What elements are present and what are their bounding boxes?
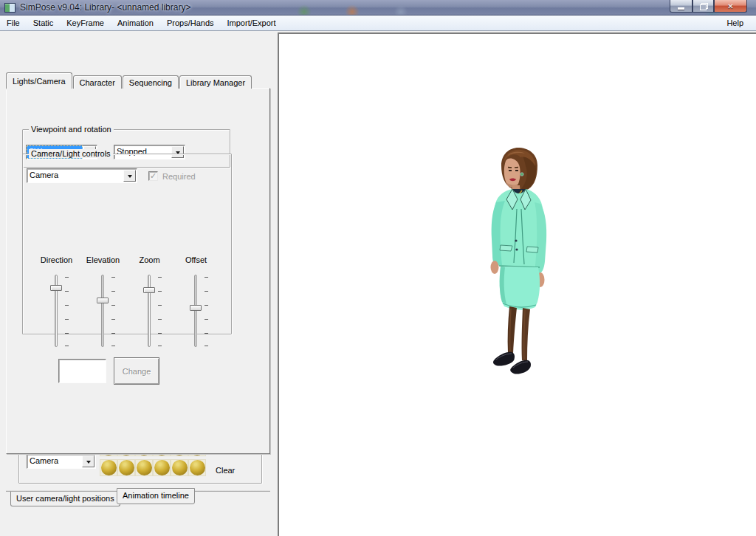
preset-gold-icon bbox=[119, 460, 134, 475]
viewpoint-rotation-legend: Viewpoint and rotation bbox=[29, 125, 114, 134]
elevation-slider[interactable] bbox=[80, 275, 126, 348]
elevation-label: Elevation bbox=[80, 255, 126, 264]
preset-clear-button-2[interactable] bbox=[117, 459, 135, 476]
tab-lights-camera[interactable]: Lights/Camera bbox=[6, 72, 72, 89]
render-viewport[interactable] bbox=[278, 32, 756, 536]
direction-label: Direction bbox=[33, 255, 80, 264]
offset-slider[interactable] bbox=[173, 275, 219, 348]
preset-dropdown-button[interactable] bbox=[82, 456, 94, 467]
preset-clear-button-4[interactable] bbox=[153, 459, 171, 476]
lights-camera-page: Viewpoint and rotation SW Stopped Camera… bbox=[6, 88, 270, 454]
restore-button[interactable] bbox=[693, 0, 714, 13]
tab-library-manager[interactable]: Library Manager bbox=[179, 75, 252, 89]
tab-user-camera-light-positions[interactable]: User camera/light positions bbox=[10, 492, 120, 506]
preset-clear-row bbox=[100, 459, 206, 476]
check-icon: ✓ bbox=[150, 172, 157, 180]
slider-labels-row: Direction Elevation Zoom Offset bbox=[33, 255, 219, 264]
value-field[interactable] bbox=[58, 359, 106, 383]
preset-target-combobox[interactable]: Camera bbox=[27, 454, 96, 469]
minimize-icon bbox=[678, 7, 684, 10]
camera-light-target-combobox[interactable]: Camera bbox=[27, 168, 137, 183]
zoom-slider-thumb[interactable] bbox=[143, 287, 155, 293]
target-dropdown-button[interactable] bbox=[123, 170, 136, 182]
camera-light-target-value: Camera bbox=[27, 169, 123, 182]
window-controls: ✕ bbox=[670, 0, 747, 13]
slider-track bbox=[194, 275, 197, 347]
preset-target-value: Camera bbox=[27, 455, 81, 468]
preset-clear-button-1[interactable] bbox=[100, 459, 117, 476]
required-checkbox[interactable]: ✓ bbox=[148, 171, 158, 181]
close-icon: ✕ bbox=[727, 2, 733, 10]
required-label: Required bbox=[162, 172, 196, 181]
preset-clear-button-5[interactable] bbox=[171, 459, 188, 476]
sliders-row bbox=[33, 275, 219, 348]
close-button[interactable]: ✕ bbox=[714, 0, 747, 13]
menu-static[interactable]: Static bbox=[27, 16, 61, 30]
character-figure bbox=[484, 145, 555, 378]
main-tab-strip: Lights/Camera Character Sequencing Libra… bbox=[6, 72, 252, 89]
direction-slider-thumb[interactable] bbox=[50, 285, 62, 291]
menu-animation[interactable]: Animation bbox=[111, 16, 160, 30]
title-bar[interactable]: SimPose v9.04: Library- <unnamed library… bbox=[0, 0, 756, 16]
camera-light-legend: Camera/Light controls bbox=[29, 149, 113, 158]
app-icon bbox=[4, 3, 16, 13]
restore-icon bbox=[700, 3, 707, 9]
change-button[interactable]: Change bbox=[114, 357, 159, 385]
tab-animation-timeline[interactable]: Animation timeline bbox=[117, 488, 195, 504]
menu-props-hands[interactable]: Props/Hands bbox=[160, 16, 221, 30]
app-window: SimPose v9.04: Library- <unnamed library… bbox=[0, 0, 756, 536]
menu-import-export[interactable]: Import/Export bbox=[221, 16, 283, 30]
menu-file[interactable]: File bbox=[0, 16, 27, 30]
elevation-slider-thumb[interactable] bbox=[97, 298, 109, 303]
client-area: Lights/Camera Character Sequencing Libra… bbox=[0, 32, 756, 536]
tab-character[interactable]: Character bbox=[73, 75, 122, 89]
preset-gold-icon bbox=[154, 460, 170, 475]
menu-help[interactable]: Help bbox=[720, 16, 750, 30]
preset-gold-icon bbox=[172, 460, 188, 475]
slider-track bbox=[148, 275, 151, 347]
preset-gold-icon bbox=[190, 460, 205, 475]
menu-bar: File Static KeyFrame Animation Props/Han… bbox=[0, 16, 756, 31]
offset-slider-thumb[interactable] bbox=[190, 305, 202, 311]
chevron-down-icon bbox=[86, 461, 91, 466]
window-title: SimPose v9.04: Library- <unnamed library… bbox=[20, 2, 190, 13]
minimize-button[interactable] bbox=[670, 0, 693, 13]
menu-keyframe[interactable]: KeyFrame bbox=[60, 16, 111, 30]
zoom-slider[interactable] bbox=[126, 275, 173, 348]
slider-track bbox=[101, 275, 104, 347]
tab-sequencing[interactable]: Sequencing bbox=[123, 75, 179, 89]
preset-gold-icon bbox=[137, 460, 152, 475]
preset-gold-icon bbox=[101, 460, 117, 475]
direction-slider[interactable] bbox=[33, 275, 80, 348]
preset-clear-button-6[interactable] bbox=[188, 459, 206, 476]
preset-clear-button-3[interactable] bbox=[135, 459, 153, 476]
clear-label: Clear bbox=[216, 466, 235, 475]
zoom-label: Zoom bbox=[126, 255, 173, 264]
camera-light-controls-group: Camera/Light controls Camera ✓ Required … bbox=[22, 154, 232, 334]
offset-label: Offset bbox=[173, 255, 219, 264]
chevron-down-icon bbox=[128, 175, 132, 180]
